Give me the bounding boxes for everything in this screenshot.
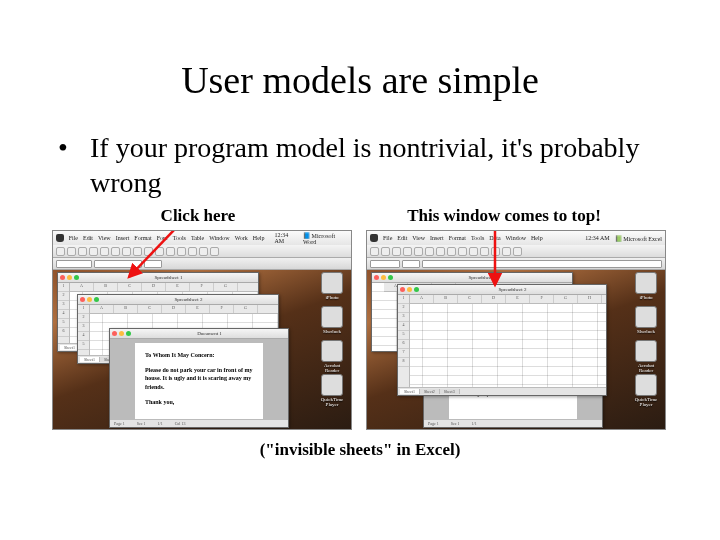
clock: 12:34 AM bbox=[275, 232, 299, 244]
minimize-icon bbox=[407, 287, 412, 292]
desktop-icon: iPhoto bbox=[317, 272, 347, 300]
menu: Work bbox=[235, 235, 248, 241]
slide-title: User models are simple bbox=[50, 58, 670, 102]
sheet-tab: Sheet1 bbox=[80, 357, 100, 362]
desktop-icon: Sherlock bbox=[631, 306, 661, 334]
zoom-icon bbox=[126, 331, 131, 336]
desktop-icon: QuickTime Player bbox=[317, 374, 347, 407]
row-headers: 12345678 bbox=[398, 295, 410, 395]
zoom-icon bbox=[74, 275, 79, 280]
zoom-icon bbox=[388, 275, 393, 280]
menubar: File Edit View Insert Format Font Tools … bbox=[53, 231, 351, 245]
document-body: To Whom It May Concern: Please do not pa… bbox=[110, 339, 288, 419]
menu: File bbox=[69, 235, 78, 241]
sheet-tab: Sheet2 bbox=[420, 389, 440, 394]
menu: Tools bbox=[173, 235, 186, 241]
cells-grid bbox=[398, 295, 606, 395]
footnote: ("invisible sheets" in Excel) bbox=[50, 440, 670, 460]
column-headers: ABCDEFG bbox=[90, 305, 278, 314]
close-icon bbox=[80, 297, 85, 302]
sheet-tab: Sheet1 bbox=[400, 389, 420, 394]
menu: Edit bbox=[397, 235, 407, 241]
menu: Window bbox=[506, 235, 526, 241]
desktop: iPhoto Sherlock Acrobat Reader QuickTime… bbox=[53, 270, 351, 429]
window-title: Spreadsheet 2 bbox=[175, 297, 203, 302]
menu: View bbox=[412, 235, 425, 241]
desktop: iPhoto Sherlock Acrobat Reader QuickTime… bbox=[367, 270, 665, 429]
menu: Help bbox=[253, 235, 265, 241]
bullet-list: • If your program model is nontrivial, i… bbox=[58, 130, 670, 200]
menu: File bbox=[383, 235, 392, 241]
close-icon bbox=[60, 275, 65, 280]
close-icon bbox=[374, 275, 379, 280]
desktop-icon: QuickTime Player bbox=[631, 374, 661, 407]
apple-icon bbox=[56, 234, 64, 242]
menu: Data bbox=[489, 235, 500, 241]
menu: Edit bbox=[83, 235, 93, 241]
bullet-text: If your program model is nontrivial, it'… bbox=[90, 130, 670, 200]
titlebar: Document 1 bbox=[110, 329, 288, 339]
toolbar bbox=[367, 245, 665, 258]
menu: Tools bbox=[471, 235, 484, 241]
desktop-icon: Acrobat Reader bbox=[317, 340, 347, 373]
close-icon bbox=[112, 331, 117, 336]
sheet-tab: Sheet3 bbox=[440, 389, 460, 394]
menu: Window bbox=[209, 235, 229, 241]
column-headers: ABCDEFG bbox=[70, 283, 258, 292]
desktop-icon: Acrobat Reader bbox=[631, 340, 661, 373]
doc-greeting: To Whom It May Concern: bbox=[145, 352, 215, 358]
spreadsheet-2-window: Spreadsheet 2 12345678 ABCDEFGH Sheet1 S… bbox=[397, 284, 607, 396]
titlebar: Spreadsheet 2 bbox=[398, 285, 606, 295]
minimize-icon bbox=[381, 275, 386, 280]
zoom-icon bbox=[414, 287, 419, 292]
document-window: Document 1 To Whom It May Concern: Pleas… bbox=[109, 328, 289, 428]
menu: Font bbox=[157, 235, 168, 241]
screenshot-right: File Edit View Insert Format Tools Data … bbox=[366, 230, 666, 430]
row-headers: 123456 bbox=[58, 283, 70, 351]
clock: 12:34 AM bbox=[585, 235, 610, 241]
titlebar: Spreadsheet 1 bbox=[372, 273, 572, 283]
menubar: File Edit View Insert Format Tools Data … bbox=[367, 231, 665, 245]
titlebar: Spreadsheet 2 bbox=[78, 295, 278, 305]
minimize-icon bbox=[67, 275, 72, 280]
caption-right: This window comes to top! bbox=[338, 206, 670, 226]
window-title: Document 1 bbox=[197, 331, 222, 336]
menu: Insert bbox=[116, 235, 130, 241]
doc-body: Please do not park your car in front of … bbox=[145, 367, 253, 390]
desktop-icon: Sherlock bbox=[317, 306, 347, 334]
menu: Format bbox=[449, 235, 466, 241]
titlebar: Spreadsheet 1 bbox=[58, 273, 258, 283]
menu: Help bbox=[531, 235, 543, 241]
column-headers: ABCDEFGH bbox=[410, 295, 606, 304]
sheet-tabs: Sheet1 Sheet2 Sheet3 bbox=[398, 387, 606, 395]
formula-bar bbox=[367, 258, 665, 270]
minimize-icon bbox=[119, 331, 124, 336]
screenshot-left: File Edit View Insert Format Font Tools … bbox=[52, 230, 352, 430]
document-page: To Whom It May Concern: Please do not pa… bbox=[135, 343, 263, 419]
menubar-app: 📘 Microsoft Word bbox=[303, 232, 348, 245]
menu: Format bbox=[134, 235, 151, 241]
doc-signoff: Thank you, bbox=[145, 399, 174, 405]
screenshots-row: File Edit View Insert Format Font Tools … bbox=[52, 230, 670, 430]
format-bar bbox=[53, 258, 351, 270]
bullet-item: • If your program model is nontrivial, i… bbox=[58, 130, 670, 200]
status-bar: Page 1Sec 11/1 bbox=[424, 419, 602, 427]
menu: Table bbox=[191, 235, 204, 241]
window-title: Spreadsheet 1 bbox=[155, 275, 183, 280]
zoom-icon bbox=[94, 297, 99, 302]
menu: View bbox=[98, 235, 111, 241]
window-title: Spreadsheet 2 bbox=[499, 287, 527, 292]
minimize-icon bbox=[87, 297, 92, 302]
status-bar: Page 1Sec 11/1Col 13 bbox=[110, 419, 288, 427]
desktop-icon: iPhoto bbox=[631, 272, 661, 300]
apple-icon bbox=[370, 234, 378, 242]
menu: Insert bbox=[430, 235, 444, 241]
captions: Click here This window comes to top! bbox=[58, 206, 670, 226]
window-title: Spreadsheet 1 bbox=[469, 275, 497, 280]
toolbar bbox=[53, 245, 351, 258]
menubar-app: 📗 Microsoft Excel bbox=[615, 235, 662, 242]
caption-left: Click here bbox=[58, 206, 338, 226]
close-icon bbox=[400, 287, 405, 292]
bullet-dot: • bbox=[58, 130, 90, 200]
